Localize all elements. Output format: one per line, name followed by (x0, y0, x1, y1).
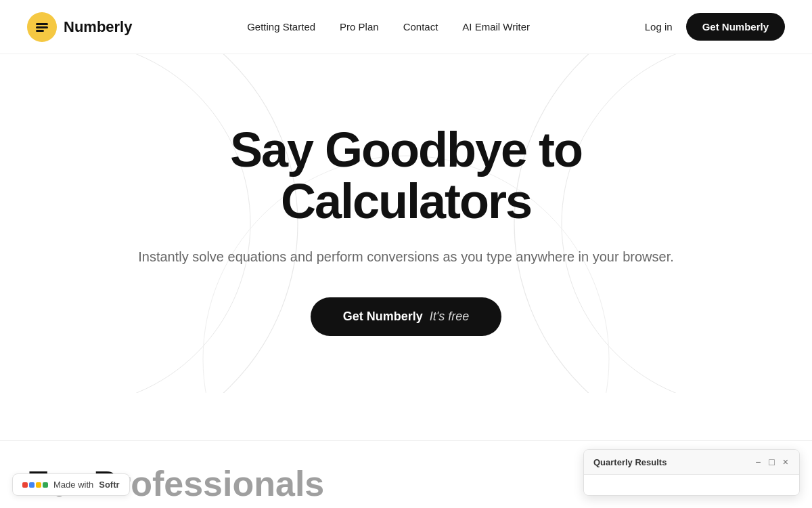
svg-rect-0 (36, 23, 48, 25)
navbar: Numberly Getting Started Pro Plan Contac… (0, 0, 812, 54)
quarterly-window-actions: − □ × (754, 457, 790, 467)
hero-content: Say Goodbye to Calculators Instantly sol… (135, 125, 677, 336)
quarterly-maximize-button[interactable]: □ (767, 457, 775, 467)
logo-icon (27, 12, 57, 42)
nav-getting-started[interactable]: Getting Started (247, 21, 315, 33)
quarterly-close-button[interactable]: × (782, 457, 790, 467)
softr-brand: Softr (99, 480, 119, 490)
nav-cta-button[interactable]: Get Numberly (686, 13, 785, 41)
softr-logo-dots (22, 482, 48, 488)
logo-text: Numberly (64, 18, 132, 36)
hero-section: Say Goodbye to Calculators Instantly sol… (0, 54, 812, 393)
login-link[interactable]: Log in (645, 21, 673, 33)
made-with-badge: Made with Softr (12, 473, 130, 496)
quarterly-results-panel: Quarterly Results − □ × (583, 449, 800, 496)
hero-cta-sub-text: It's free (430, 310, 469, 324)
nav-links: Getting Started Pro Plan Contact AI Emai… (247, 21, 530, 33)
hero-cta-main-text: Get Numberly (343, 310, 423, 324)
dot-red (22, 482, 28, 488)
nav-ai-email-writer[interactable]: AI Email Writer (462, 21, 530, 33)
quarterly-title: Quarterly Results (593, 457, 667, 467)
hero-cta-button[interactable]: Get Numberly It's free (311, 297, 502, 336)
quarterly-body (584, 475, 799, 495)
dot-blue (29, 482, 35, 488)
dot-yellow (36, 482, 41, 488)
dot-green (43, 482, 48, 488)
made-with-label: Made with (53, 480, 93, 490)
hero-subtitle: Instantly solve equations and perform co… (135, 246, 677, 268)
hero-title: Say Goodbye to Calculators (135, 125, 677, 227)
quarterly-minimize-button[interactable]: − (754, 457, 762, 467)
quarterly-header: Quarterly Results − □ × (584, 450, 799, 475)
nav-actions: Log in Get Numberly (645, 13, 785, 41)
nav-pro-plan[interactable]: Pro Plan (340, 21, 379, 33)
svg-rect-2 (36, 30, 44, 32)
svg-rect-1 (36, 26, 48, 28)
logo-link[interactable]: Numberly (27, 12, 132, 42)
nav-contact[interactable]: Contact (403, 21, 438, 33)
